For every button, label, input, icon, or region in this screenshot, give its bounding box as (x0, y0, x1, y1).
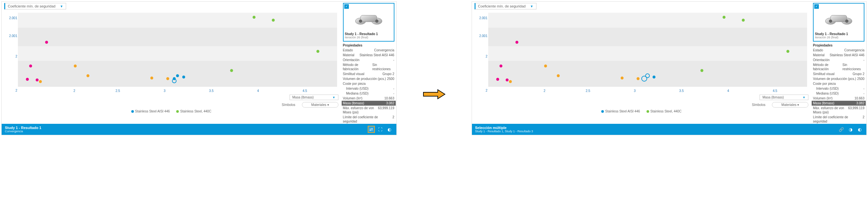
prop-row: Coste por pieza (343, 81, 395, 86)
data-point[interactable] (29, 65, 32, 68)
prop-row: Máx. esfuerzo de von Mises (psi)63,999.1… (813, 106, 864, 115)
chevron-down-icon: ▼ (333, 96, 336, 99)
toggle-icon[interactable]: ◑ (847, 126, 854, 133)
data-point[interactable] (272, 19, 275, 22)
chevron-down-icon: ▼ (60, 5, 63, 8)
data-point[interactable] (151, 76, 153, 79)
x-axis-dropdown[interactable]: Masa (lbmass) ▼ (289, 95, 338, 100)
card-subtitle: Iteración 26 (final) (345, 36, 393, 39)
x-tick: 4.5 (303, 89, 307, 93)
panel-after: Coeficiente mín. de seguridad ▼ 2.001 2.… (472, 1, 867, 135)
properties-header: Propiedades (813, 43, 864, 47)
prop-row: Volumen de producción (pcs.)2500 (813, 76, 864, 81)
chevron-down-icon: ▾ (797, 103, 799, 107)
result-card[interactable]: ✓ Study 1 - Resultado 1 Iteración 26 (fi… (813, 3, 864, 42)
data-point[interactable] (723, 15, 726, 19)
result-card[interactable]: ✓ Study 1 - Resultado 1 Iteración 26 (fi… (343, 3, 395, 42)
data-point[interactable] (544, 65, 547, 68)
gauge-icon[interactable]: ◐ (856, 126, 863, 133)
data-point[interactable] (509, 80, 512, 83)
data-point[interactable] (87, 74, 90, 77)
data-point[interactable] (26, 78, 29, 81)
symbols-dropdown[interactable]: Materiales ▾ (302, 102, 338, 108)
y-axis-label: Coeficiente mín. de seguridad (478, 4, 526, 8)
scatter-chart[interactable]: 2.001 2.001 2 2 (474, 11, 809, 93)
data-point[interactable] (316, 50, 319, 52)
x-tick: 3.5 (679, 89, 684, 93)
swap-icon[interactable]: ⇄ (368, 126, 375, 133)
data-point[interactable] (35, 79, 38, 81)
svg-point-9 (845, 20, 848, 23)
prop-row: Límite del coeficiente de seguridad2 (813, 115, 864, 124)
footer-subtitle: Convergencia (5, 130, 41, 133)
x-axis-dropdown[interactable]: Masa (lbmass) ▼ (760, 95, 808, 100)
symbols-dropdown[interactable]: Materiales ▾ (772, 102, 808, 108)
checkbox-icon[interactable]: ✓ (814, 4, 819, 9)
prop-row-highlighted[interactable]: Masa (lbmass)3.082 (812, 101, 866, 106)
prop-row: Método de fabricaciónSin restricciones (813, 62, 864, 72)
y-tick: 2.001 (474, 16, 488, 20)
prop-row: Volumen de producción (pcs.)2500 (343, 76, 395, 81)
legend-item[interactable]: Stainless Steel, 440C (176, 110, 211, 113)
y-axis-dropdown[interactable]: Coeficiente mín. de seguridad ▼ (4, 3, 66, 9)
chevron-down-icon: ▼ (803, 96, 805, 99)
legend-item[interactable]: Stainless Steel AISI 446 (131, 110, 170, 113)
data-point[interactable] (742, 19, 745, 22)
x-tick: 2 (544, 89, 546, 93)
legend-item[interactable]: Stainless Steel AISI 446 (601, 110, 640, 113)
y-axis-dropdown[interactable]: Coeficiente mín. de seguridad ▼ (474, 3, 536, 9)
data-point[interactable] (786, 50, 789, 52)
data-point[interactable] (637, 77, 639, 80)
data-point[interactable] (652, 76, 655, 79)
checkbox-icon[interactable]: ✓ (344, 4, 349, 9)
gauge-icon[interactable]: ◐ (386, 126, 393, 133)
selected-point[interactable] (645, 73, 650, 78)
data-point[interactable] (496, 78, 499, 81)
prop-row: MaterialStainless Steel AISI 446 (813, 52, 864, 58)
prop-row: Orientación- (813, 58, 864, 62)
prop-row: Volumen (In³)10.663 (813, 96, 864, 101)
data-point[interactable] (499, 65, 502, 68)
x-tick: 2.5 (116, 89, 120, 93)
chevron-down-icon: ▼ (530, 5, 533, 8)
data-point[interactable] (700, 69, 703, 72)
x-tick: 3.5 (209, 89, 214, 93)
data-point[interactable] (74, 65, 77, 68)
scatter-chart[interactable]: 2.001 2.001 2 2 (4, 11, 338, 93)
link-icon[interactable]: 🔗 (838, 126, 845, 133)
result-thumbnail (345, 5, 393, 31)
prop-row: Límite del coeficiente de seguridad2 (343, 115, 395, 124)
data-point[interactable] (39, 80, 42, 83)
y-tick: 2 (4, 54, 17, 58)
x-axis-label: Masa (lbmass) (292, 96, 314, 99)
data-point[interactable] (515, 41, 518, 44)
y-tick: 2 (4, 88, 17, 92)
data-point[interactable] (176, 74, 179, 77)
data-point[interactable] (166, 77, 169, 80)
data-point[interactable] (557, 74, 560, 77)
prop-row: Similitud visualGrupo 2 (813, 72, 864, 76)
properties-header: Propiedades (343, 43, 395, 47)
data-point[interactable] (182, 76, 185, 79)
selected-point[interactable] (172, 79, 177, 83)
data-point[interactable] (230, 69, 233, 72)
prop-row-highlighted[interactable]: Masa (lbmass)3.082 (342, 101, 396, 106)
x-tick: 4 (727, 89, 729, 93)
data-point[interactable] (252, 15, 255, 19)
prop-row: Volumen (In³)10.663 (343, 96, 395, 101)
x-tick: 3 (634, 89, 636, 93)
status-footer: Selección múltiple Study 1 - Resultado 1… (472, 124, 867, 135)
chevron-down-icon: ▾ (327, 103, 329, 107)
prop-row: Mediana (USD)- (343, 91, 395, 96)
data-point[interactable] (620, 76, 623, 79)
expand-icon[interactable]: ⛶ (377, 126, 384, 133)
prop-row: EstadoConvergencia (813, 48, 864, 52)
y-tick: 2 (474, 88, 488, 92)
legend-item[interactable]: Stainless Steel, 440C (647, 110, 682, 113)
card-title: Study 1 - Resultado 1 (815, 32, 863, 36)
data-point[interactable] (506, 79, 509, 81)
data-point[interactable] (45, 41, 48, 44)
symbols-label: Símbolos (282, 103, 296, 107)
chart-column: Coeficiente mín. de seguridad ▼ 2.001 2.… (2, 2, 341, 124)
x-tick: 4 (257, 89, 259, 93)
